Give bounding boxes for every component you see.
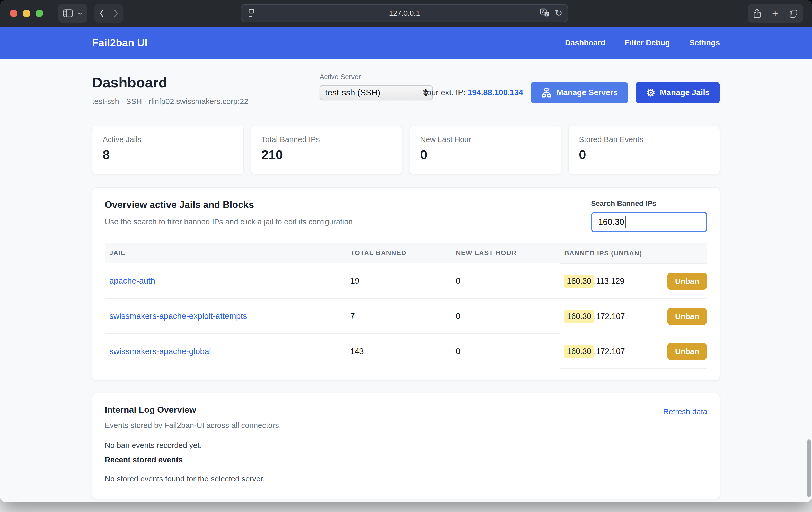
chevron-down-icon[interactable]: [77, 11, 83, 15]
stat-value: 0: [579, 147, 709, 162]
zoom-window-button[interactable]: [35, 9, 43, 17]
nav-item-dashboard[interactable]: Dashboard: [565, 38, 605, 47]
gear-icon: ⚙: [646, 87, 655, 98]
search-input-value: 160.30: [598, 217, 624, 227]
unban-button[interactable]: Unban: [667, 308, 707, 325]
total-banned-value: 143: [350, 347, 364, 356]
active-server-select[interactable]: test-ssh (SSH): [320, 85, 433, 100]
page-body: Dashboard test-ssh · SSH · rlinfp02.swis…: [0, 59, 812, 503]
stat-value: 8: [103, 147, 233, 162]
overview-card: Overview active Jails and Blocks Use the…: [92, 187, 720, 380]
app-brand[interactable]: Fail2ban UI: [92, 37, 148, 49]
window-controls: [10, 9, 43, 17]
column-header-total-banned: Total Banned: [346, 243, 451, 263]
active-server-block: Active Server test-ssh (SSH): [320, 73, 433, 100]
active-server-value: test-ssh (SSH): [325, 88, 380, 97]
recent-stored-events-title: Recent stored events: [105, 455, 707, 464]
ip-rest: .113.129: [594, 277, 624, 286]
manage-servers-label: Manage Servers: [556, 88, 618, 97]
history-controls: [94, 4, 123, 23]
manage-servers-button[interactable]: Manage Servers: [531, 82, 628, 104]
unban-button[interactable]: Unban: [667, 343, 707, 360]
manage-jails-button[interactable]: ⚙ Manage Jails: [636, 82, 720, 104]
close-window-button[interactable]: [10, 9, 18, 17]
stat-label: Total Banned IPs: [261, 135, 392, 144]
address-bar[interactable]: 127.0.0.1 A ☆ ↻: [241, 4, 568, 22]
sidebar-controls: [58, 4, 87, 23]
unban-button[interactable]: Unban: [667, 273, 707, 290]
sitemap-icon: [541, 87, 552, 98]
ip-highlight: 160.30: [564, 345, 594, 358]
empty-ban-events-text: No ban events recorded yet.: [105, 441, 707, 450]
table-header-row: Jail Total Banned New Last Hour Banned I…: [105, 243, 707, 263]
forward-icon[interactable]: [113, 9, 119, 18]
stat-card-active-jails: Active Jails 8: [92, 125, 244, 174]
external-ip: Your ext. IP: 194.88.100.134: [422, 88, 523, 97]
stat-value: 0: [420, 147, 551, 162]
scrollbar-thumb[interactable]: [807, 439, 811, 497]
ip-rest: .172.107: [594, 312, 625, 321]
stat-value: 210: [261, 147, 392, 162]
nav-item-settings[interactable]: Settings: [690, 38, 720, 47]
divider: [109, 8, 109, 18]
sidebar-toggle-icon[interactable]: [63, 9, 73, 18]
table-row: swissmakers-apache-global 143 0 160.30.1…: [105, 334, 707, 369]
ip-highlight: 160.30: [564, 275, 594, 288]
text-caret: [625, 217, 626, 228]
banned-ip: 160.30.172.107: [564, 345, 625, 358]
nav-item-filter-debug[interactable]: Filter Debug: [625, 38, 670, 47]
overview-heading-block: Overview active Jails and Blocks Use the…: [105, 199, 355, 226]
banned-ip: 160.30.113.129: [564, 275, 624, 288]
header-actions: Your ext. IP: 194.88.100.134: [422, 82, 720, 104]
ip-highlight: 160.30: [564, 310, 594, 323]
stat-card-stored-ban-events: Stored Ban Events 0: [568, 125, 720, 174]
refresh-data-link[interactable]: Refresh data: [663, 407, 707, 416]
browser-chrome: 127.0.0.1 A ☆ ↻: [0, 0, 812, 27]
stat-label: Active Jails: [103, 135, 233, 144]
empty-stored-events-text: No stored events found for the selected …: [105, 475, 707, 483]
overview-description: Use the search to filter banned IPs and …: [105, 218, 355, 226]
search-banned-ips-input[interactable]: 160.30: [591, 212, 707, 232]
external-ip-value[interactable]: 194.88.100.134: [468, 88, 523, 97]
total-banned-value: 7: [350, 312, 355, 320]
url-text: 127.0.0.1: [241, 9, 568, 18]
total-banned-value: 19: [350, 276, 359, 285]
stat-card-total-banned: Total Banned IPs 210: [251, 125, 402, 174]
back-icon[interactable]: [99, 9, 105, 18]
stat-label: Stored Ban Events: [579, 135, 709, 144]
active-server-label: Active Server: [320, 73, 433, 81]
jails-table: Jail Total Banned New Last Hour Banned I…: [105, 243, 707, 369]
log-title: Internal Log Overview: [105, 405, 281, 415]
search-label: Search Banned IPs: [591, 199, 707, 208]
stat-cards: Active Jails 8 Total Banned IPs 210 New …: [92, 125, 720, 174]
search-block: Search Banned IPs 160.30: [591, 199, 707, 232]
log-heading-block: Internal Log Overview Events stored by F…: [105, 405, 281, 430]
column-header-jail: Jail: [105, 243, 346, 263]
jail-link[interactable]: apache-auth: [109, 276, 155, 285]
nav-links: Dashboard Filter Debug Settings: [565, 38, 720, 47]
browser-window: 127.0.0.1 A ☆ ↻: [0, 0, 812, 503]
tab-overview-icon[interactable]: [789, 9, 798, 18]
banned-ip: 160.30.172.107: [564, 310, 625, 323]
external-ip-label: Your ext. IP:: [422, 88, 465, 97]
page-header: Dashboard test-ssh · SSH · rlinfp02.swis…: [92, 59, 720, 118]
stat-label: New Last Hour: [420, 135, 551, 144]
new-last-hour-value: 0: [456, 276, 460, 285]
new-last-hour-value: 0: [456, 347, 460, 356]
internal-log-card: Internal Log Overview Events stored by F…: [92, 393, 720, 499]
toolbar-right: +: [748, 4, 803, 23]
manage-jails-label: Manage Jails: [660, 88, 709, 97]
minimize-window-button[interactable]: [23, 9, 30, 17]
share-icon[interactable]: [753, 8, 761, 19]
app-navbar: Fail2ban UI Dashboard Filter Debug Setti…: [0, 27, 812, 59]
overview-title: Overview active Jails and Blocks: [105, 199, 355, 210]
jail-link[interactable]: swissmakers-apache-global: [109, 347, 211, 356]
log-description: Events stored by Fail2ban-UI across all …: [105, 421, 281, 430]
ip-rest: .172.107: [594, 347, 625, 356]
column-header-banned-ips: Banned IPs (Unban): [560, 243, 707, 263]
stat-card-new-last-hour: New Last Hour 0: [410, 125, 561, 174]
jail-link[interactable]: swissmakers-apache-exploit-attempts: [109, 311, 247, 320]
new-tab-icon[interactable]: +: [772, 8, 779, 19]
table-row: swissmakers-apache-exploit-attempts 7 0 …: [105, 298, 707, 334]
column-header-new-last-hour: New Last Hour: [451, 243, 560, 263]
